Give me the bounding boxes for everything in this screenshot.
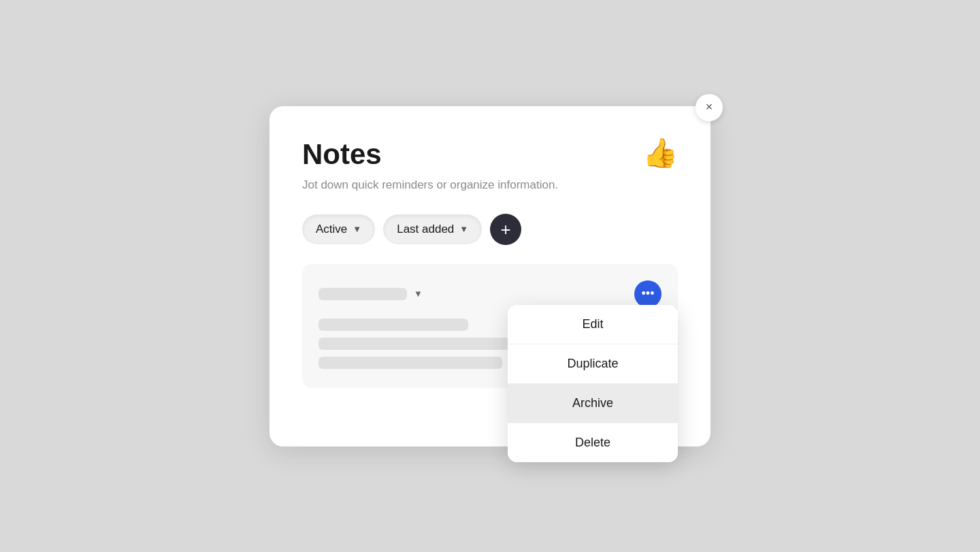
note-chevron-down-icon: ▼ (414, 289, 423, 299)
context-menu: Edit Duplicate Archive Delete (508, 305, 678, 462)
context-menu-edit[interactable]: Edit (508, 305, 678, 344)
modal-header: Notes 👍 (302, 139, 678, 170)
note-line-1 (318, 319, 468, 331)
filter-bar: Active ▼ Last added ▼ + (302, 214, 678, 245)
plus-icon: + (501, 221, 511, 238)
close-icon: × (706, 100, 713, 114)
context-menu-delete[interactable]: Delete (508, 423, 678, 462)
three-dots-icon: ••• (642, 287, 655, 301)
close-button[interactable]: × (696, 94, 723, 121)
status-chevron-down-icon: ▼ (353, 224, 361, 234)
note-card-header: ▼ ••• (318, 280, 662, 308)
status-filter-label: Active (316, 223, 347, 236)
page-title: Notes (302, 139, 382, 170)
status-filter-button[interactable]: Active ▼ (302, 214, 375, 244)
modal-wrapper: × Notes 👍 Jot down quick reminders or or… (270, 106, 710, 447)
note-title-placeholder (318, 288, 407, 300)
sort-filter-button[interactable]: Last added ▼ (383, 214, 482, 244)
modal-subtitle: Jot down quick reminders or organize inf… (302, 178, 678, 192)
more-options-button[interactable]: ••• (634, 280, 662, 308)
sort-chevron-down-icon: ▼ (459, 224, 468, 234)
context-menu-duplicate[interactable]: Duplicate (508, 344, 678, 383)
note-line-2 (318, 338, 529, 350)
note-card: ▼ ••• Edit Duplicate Archive Delete (302, 264, 678, 388)
modal-dialog: Notes 👍 Jot down quick reminders or orga… (270, 106, 710, 447)
note-line-3 (318, 357, 502, 369)
thumbs-up-icon: 👍 (642, 139, 678, 167)
add-note-button[interactable]: + (490, 214, 521, 245)
context-menu-archive[interactable]: Archive (508, 384, 678, 423)
sort-filter-label: Last added (397, 223, 454, 236)
note-title-area: ▼ (318, 288, 423, 300)
